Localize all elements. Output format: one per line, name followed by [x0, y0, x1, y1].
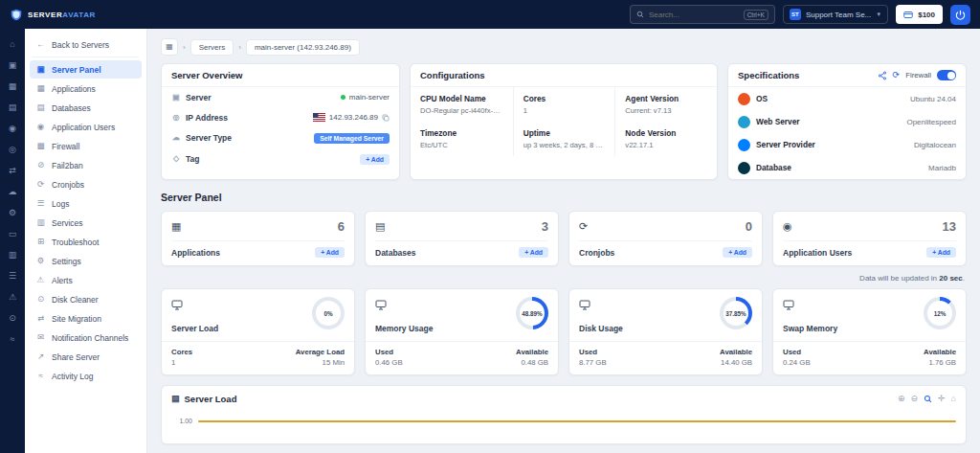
firewall-toggle[interactable]: [937, 70, 956, 80]
add-database-button[interactable]: + Add: [519, 247, 548, 258]
spec-database-row: Database Mariadb: [728, 156, 966, 179]
clock-icon: [35, 180, 46, 189]
grid-icon: [166, 43, 173, 51]
rail-home-icon[interactable]: [10, 40, 14, 49]
firewall-toggle-label: Firewall: [905, 71, 931, 79]
power-button[interactable]: [950, 5, 970, 25]
reset-home-icon[interactable]: [951, 395, 956, 403]
activity-icon: [35, 372, 46, 380]
global-search[interactable]: Ctrl+K: [630, 5, 775, 24]
cronjobs-count: 0: [746, 219, 752, 234]
database-icon: [35, 103, 46, 112]
copy-icon[interactable]: [382, 114, 390, 122]
sidebar-item-logs[interactable]: Logs: [30, 194, 142, 213]
megaphone-icon: [35, 333, 46, 342]
add-application-user-button[interactable]: + Add: [926, 247, 956, 258]
sidebar-item-applications[interactable]: Applications: [30, 79, 142, 98]
rail-disk-icon[interactable]: [9, 314, 16, 323]
zoom-select-icon[interactable]: [924, 395, 932, 403]
sidebar-item-fail2ban[interactable]: Fail2ban: [30, 156, 142, 174]
rail-applications-icon[interactable]: [9, 82, 17, 91]
sidebar-item-disk-cleaner[interactable]: Disk Cleaner: [30, 290, 142, 308]
pan-icon[interactable]: [938, 395, 946, 403]
sidebar-divider: [33, 57, 139, 57]
server-icon: [171, 94, 181, 102]
rail-monitoring-icon[interactable]: [9, 146, 16, 154]
location-pin-icon: [171, 114, 181, 122]
configurations-card: Configurations CPU Model Name DO-Regular…: [410, 63, 718, 180]
sidebar-item-alerts[interactable]: Alerts: [30, 271, 142, 289]
server-name: main-server: [349, 93, 390, 102]
database-icon: [375, 221, 385, 232]
rail-cloud-icon[interactable]: [9, 188, 17, 196]
gear-icon: [35, 257, 46, 265]
zoom-out-icon[interactable]: [910, 395, 918, 403]
sidebar-item-label: Share Server: [52, 352, 100, 362]
account-menu[interactable]: ST Support Team Se... ▼: [783, 5, 888, 24]
search-icon: [636, 11, 644, 18]
sidebar-item-label: Troubleshoot: [52, 238, 99, 247]
sidebar-item-label: Disk Cleaner: [52, 295, 99, 305]
applications-icon: [171, 221, 181, 232]
gauge-card-disk-usage: Disk Usage 37.85% Used8.77 GB Available1…: [568, 288, 763, 375]
sidebar-item-databases[interactable]: Databases: [30, 99, 142, 117]
sidebar-item-share-server[interactable]: Share Server: [30, 348, 142, 366]
wallet-balance-button[interactable]: $100: [896, 5, 943, 24]
sidebar-item-label: Server Panel: [52, 65, 101, 75]
stat-card-databases: 3 Databases + Add: [365, 211, 559, 266]
sidebar-item-back-to-servers[interactable]: Back to Servers: [30, 35, 142, 54]
digitalocean-logo: [738, 139, 750, 151]
share-icon: [35, 352, 46, 361]
sidebar-item-server-panel[interactable]: Server Panel: [30, 60, 142, 79]
shield-icon: [35, 142, 46, 150]
grid-icon: [35, 84, 46, 93]
openlitespeed-logo: [738, 116, 750, 128]
rail-logs-icon[interactable]: [9, 272, 16, 281]
rail-teams-icon[interactable]: [9, 125, 16, 133]
share-icon[interactable]: [878, 71, 887, 80]
sidebar-item-notification-channels[interactable]: Notification Channels: [30, 328, 142, 347]
rail-activity-icon[interactable]: [11, 335, 15, 344]
rail-reports-icon[interactable]: [9, 251, 17, 260]
refresh-icon[interactable]: [893, 71, 901, 79]
account-name: Support Team Se...: [806, 11, 871, 19]
ip-label: IP Address: [186, 113, 228, 123]
rail-dns-icon[interactable]: [9, 167, 16, 175]
sidebar-item-cronjobs[interactable]: Cronjobs: [30, 175, 142, 193]
mariadb-logo: [738, 162, 750, 174]
sidebar-item-site-migration[interactable]: Site Migration: [30, 309, 142, 328]
sidebar-item-application-users[interactable]: Application Users: [30, 118, 142, 136]
rail-servers-icon[interactable]: [9, 61, 17, 70]
breadcrumb: › Servers › main-server (142.93.246.89): [161, 38, 967, 56]
sidebar-item-activity-log[interactable]: Activity Log: [30, 367, 142, 385]
add-tag-button[interactable]: + Add: [360, 154, 390, 165]
rail-billing-icon[interactable]: [9, 230, 17, 238]
wallet-amount: $100: [918, 11, 935, 19]
brand-logo[interactable]: SERVERAVATAR: [10, 8, 96, 22]
sidebar-item-services[interactable]: Services: [30, 214, 142, 232]
sidebar-item-label: Services: [52, 218, 83, 228]
disk-usage-gauge: 37.85%: [720, 297, 752, 329]
users-icon: [783, 221, 792, 232]
overview-tag-row: Tag + Add: [162, 148, 399, 170]
spec-web-server-row: Web Server Openlitespeed: [728, 110, 966, 133]
chevron-down-icon: ▼: [876, 11, 881, 17]
sidebar-item-settings[interactable]: Settings: [30, 252, 142, 270]
zoom-in-icon[interactable]: [898, 395, 905, 403]
bell-icon: [35, 276, 46, 284]
rail-databases-icon[interactable]: [9, 103, 17, 112]
overview-type-row: Server Type Self Managed Server: [162, 127, 399, 148]
breadcrumb-home-button[interactable]: [161, 38, 178, 56]
rail-settings-icon[interactable]: [9, 209, 16, 217]
divider: [569, 341, 762, 342]
sidebar-item-troubleshoot[interactable]: Troubleshoot: [30, 233, 142, 251]
sidebar-item-firewall[interactable]: Firewall: [30, 137, 142, 155]
breadcrumb-servers[interactable]: Servers: [190, 39, 234, 56]
add-cronjob-button[interactable]: + Add: [723, 247, 752, 258]
cloud-icon: [171, 134, 181, 142]
applications-count: 6: [338, 219, 345, 234]
search-input[interactable]: [649, 11, 739, 19]
add-application-button[interactable]: + Add: [315, 247, 345, 258]
rail-alerts-icon[interactable]: [9, 293, 16, 302]
breadcrumb-current-server[interactable]: main-server (142.93.246.89): [246, 39, 360, 56]
